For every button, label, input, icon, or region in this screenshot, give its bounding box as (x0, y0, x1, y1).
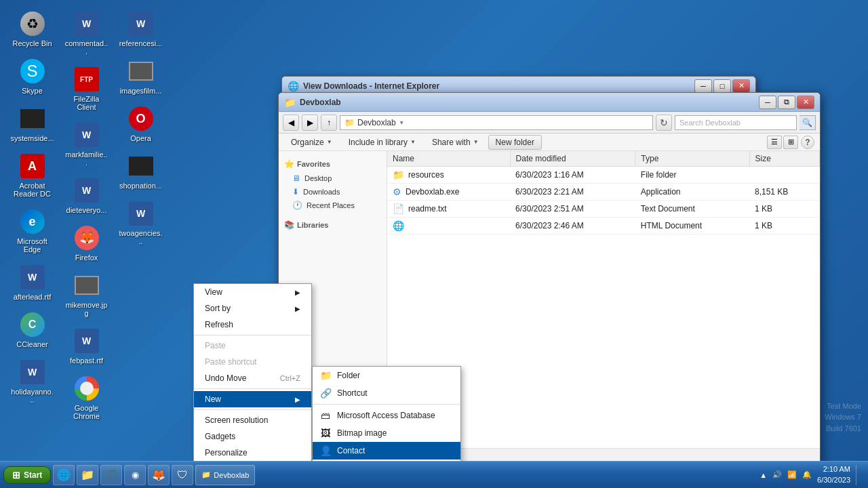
ctx-new-arrow: ▶ (295, 396, 300, 403)
col-type[interactable]: Type (635, 151, 749, 167)
shopnation-label: shopnation... (119, 182, 162, 190)
recycle-bin-icon-desktop[interactable]: ♻ Recycle Bin (7, 7, 58, 51)
address-chevron: ▼ (399, 119, 405, 126)
explorer-minimize-button[interactable]: ─ (759, 96, 776, 109)
table-row[interactable]: 📁 resources 6/30/2023 1:16 AM File folde… (387, 167, 820, 184)
explorer-close-button[interactable]: ✕ (797, 96, 814, 109)
tray-network-icon: 🔊 (772, 470, 782, 479)
shopnation-icon-desktop[interactable]: shopnation... (115, 149, 166, 193)
edge-icon-desktop[interactable]: e Microsoft Edge (7, 205, 58, 257)
taskbar-ie-button[interactable]: 🌐 (53, 465, 75, 485)
refresh-button[interactable]: ↻ (656, 115, 672, 131)
ctx-personalize[interactable]: Personalize (194, 445, 311, 461)
taskbar-explorer-window-button[interactable]: 📁 Devboxlab (195, 465, 255, 485)
explorer-restore-button[interactable]: ⧉ (778, 96, 795, 109)
help-button[interactable]: ? (801, 136, 814, 149)
ie-close-button[interactable]: ✕ (732, 79, 750, 93)
organize-menu[interactable]: Organize ▼ (284, 136, 339, 149)
nav-recent[interactable]: 🕐 Recent Places (279, 199, 387, 212)
up-button[interactable]: ↑ (321, 115, 337, 131)
sub-contact[interactable]: 👤 Contact (313, 442, 460, 460)
file-icon-exe: ⚙ Devboxlab.exe (393, 186, 459, 197)
explorer-window-controls: ─ ⧉ ✕ (759, 96, 814, 109)
taskbar-chrome-button[interactable]: ◉ (124, 465, 146, 485)
sub-shortcut[interactable]: 🔗 Shortcut (313, 384, 460, 402)
favorites-section: ⭐ Favorites (279, 157, 387, 171)
search-button[interactable]: 🔍 (800, 115, 816, 130)
mikemove-icon-desktop[interactable]: mikemove.jpg (61, 268, 112, 321)
imagesfilm-icon-desktop[interactable]: imagesfilm... (115, 54, 166, 98)
table-row[interactable]: ⚙ Devboxlab.exe 6/30/2023 2:21 AM Applic… (387, 184, 820, 201)
dieteveryo-icon-desktop[interactable]: W dieteveryo... (61, 174, 112, 218)
col-date[interactable]: Date modified (510, 151, 635, 167)
sub-bitmap[interactable]: 🖼 Bitmap image (313, 424, 460, 442)
forward-button[interactable]: ▶ (302, 115, 318, 131)
explorer-titlebar[interactable]: 📁 Devboxlab ─ ⧉ ✕ (279, 93, 820, 112)
skype-icon-desktop[interactable]: S Skype (7, 54, 58, 98)
ie-icon: 🌐 (288, 81, 299, 92)
sub-bitmap-label: Bitmap image (337, 428, 387, 438)
list-view-button[interactable]: ☰ (767, 136, 782, 149)
sub-folder[interactable]: 📁 Folder (313, 367, 460, 384)
nav-downloads[interactable]: ⬇ Downloads (279, 185, 387, 199)
ctx-sort[interactable]: Sort by ▶ (194, 300, 311, 317)
ctx-undo-move[interactable]: Undo Move Ctrl+Z (194, 370, 311, 386)
back-button[interactable]: ◀ (283, 115, 299, 131)
shortcut-sub-icon: 🔗 (319, 388, 332, 399)
share-with-menu[interactable]: Share with ▼ (425, 136, 486, 149)
clock-date: 6/30/2023 (817, 475, 850, 485)
ie-minimize-button[interactable]: ─ (694, 79, 712, 93)
tray-arrow[interactable]: ▲ (760, 471, 767, 479)
taskbar-explorer-button[interactable]: 📁 (77, 465, 98, 485)
file-date-cell: 6/30/2023 2:51 AM (510, 201, 635, 218)
desktop-icons: ♻ Recycle Bin S Skype systemside... A Ac… (0, 0, 149, 447)
opera-icon-desktop[interactable]: O Opera (115, 102, 166, 146)
search-box[interactable]: Search Devboxlab (675, 115, 797, 130)
holidayanno-icon-desktop[interactable]: W holidayanno... (7, 355, 58, 407)
filezilla-icon-desktop[interactable]: FTP FileZilla Client (61, 62, 112, 115)
firefox-icon-desktop[interactable]: 🦊 Firefox (61, 221, 112, 265)
ctx-new[interactable]: New ▶ (194, 391, 311, 407)
downloads-nav-label: Downloads (303, 188, 340, 196)
ie-maximize-button[interactable]: □ (713, 79, 731, 93)
afterlead-icon-desktop[interactable]: W afterlead.rtf (7, 260, 58, 304)
ctx-refresh[interactable]: Refresh (194, 317, 311, 333)
ctx-gadgets[interactable]: Gadgets (194, 428, 311, 445)
col-name[interactable]: Name (387, 151, 510, 167)
acrobat-label: Acrobat Reader DC (10, 182, 54, 198)
references-icon-desktop[interactable]: W referencesi... (115, 7, 166, 51)
ctx-screen-res[interactable]: Screen resolution (194, 412, 311, 428)
table-row[interactable]: 📄 readme.txt 6/30/2023 2:51 AM Text Docu… (387, 201, 820, 218)
system-clock[interactable]: 2:10 AM 6/30/2023 (817, 464, 850, 485)
details-view-button[interactable]: ⊞ (783, 136, 798, 149)
address-bar[interactable]: 📁 Devboxlab ▼ (340, 115, 653, 130)
acrobat-icon-desktop[interactable]: A Acrobat Reader DC (7, 149, 58, 201)
systemside-icon-desktop[interactable]: systemside... (7, 102, 58, 146)
taskbar-firefox-icon: 🦊 (152, 468, 165, 481)
access-sub-icon: 🗃 (319, 410, 332, 421)
taskbar-media-button[interactable]: 🎵 (100, 465, 122, 485)
febpast-icon-desktop[interactable]: W febpast.rtf (61, 324, 112, 368)
commentad-icon-desktop[interactable]: W commentad... (61, 7, 112, 59)
markfamilie-icon-desktop[interactable]: W markfamilie... (61, 118, 112, 170)
table-row[interactable]: 🌐 6/30/2023 2:46 AM HTML Document 1 KB (387, 218, 820, 235)
ctx-sort-arrow: ▶ (295, 305, 300, 312)
ctx-view[interactable]: View ▶ (194, 284, 311, 300)
skype-label: Skype (22, 87, 43, 95)
sub-access-db[interactable]: 🗃 Microsoft Access Database (313, 407, 460, 424)
sub-shortcut-label: Shortcut (337, 388, 368, 398)
start-button[interactable]: ⊞ Start (3, 466, 51, 484)
taskbar-firefox-button[interactable]: 🦊 (148, 465, 170, 485)
chrome-icon-desktop[interactable]: Google Chrome (61, 371, 112, 424)
include-lib-chevron-icon: ▼ (410, 139, 416, 145)
twoagencies-icon-desktop[interactable]: W twoagencies... (115, 197, 166, 249)
file-date-cell: 6/30/2023 2:21 AM (510, 184, 635, 201)
nav-desktop[interactable]: 🖥 Desktop (279, 171, 387, 185)
new-folder-button[interactable]: New folder (488, 135, 542, 150)
taskbar-antivirus-button[interactable]: 🛡 (172, 465, 193, 485)
show-desktop-button[interactable] (856, 465, 861, 485)
ccleaner-icon-desktop[interactable]: C CCleaner (7, 308, 58, 352)
taskbar-explorer-window-label: Devboxlab (214, 471, 249, 479)
include-library-menu[interactable]: Include in library ▼ (342, 136, 422, 149)
col-size[interactable]: Size (749, 151, 820, 167)
